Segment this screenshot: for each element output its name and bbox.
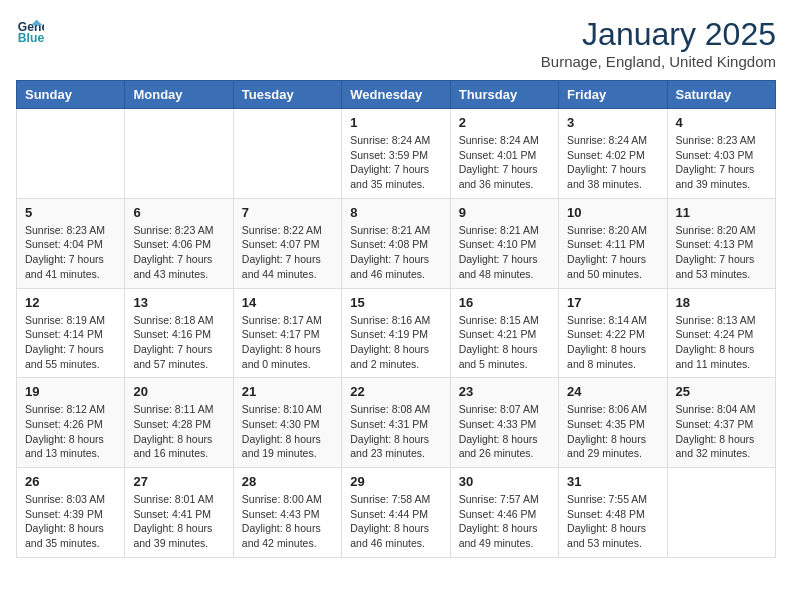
day-number: 18 [676, 295, 767, 310]
day-info: Sunrise: 7:57 AM Sunset: 4:46 PM Dayligh… [459, 492, 550, 551]
day-number: 11 [676, 205, 767, 220]
calendar-header-row: SundayMondayTuesdayWednesdayThursdayFrid… [17, 81, 776, 109]
day-info: Sunrise: 8:18 AM Sunset: 4:16 PM Dayligh… [133, 313, 224, 372]
calendar-cell: 11Sunrise: 8:20 AM Sunset: 4:13 PM Dayli… [667, 198, 775, 288]
day-info: Sunrise: 8:17 AM Sunset: 4:17 PM Dayligh… [242, 313, 333, 372]
day-info: Sunrise: 7:58 AM Sunset: 4:44 PM Dayligh… [350, 492, 441, 551]
day-info: Sunrise: 8:03 AM Sunset: 4:39 PM Dayligh… [25, 492, 116, 551]
day-info: Sunrise: 8:11 AM Sunset: 4:28 PM Dayligh… [133, 402, 224, 461]
day-number: 20 [133, 384, 224, 399]
day-info: Sunrise: 8:21 AM Sunset: 4:08 PM Dayligh… [350, 223, 441, 282]
day-number: 19 [25, 384, 116, 399]
calendar-cell: 3Sunrise: 8:24 AM Sunset: 4:02 PM Daylig… [559, 109, 667, 199]
day-info: Sunrise: 8:23 AM Sunset: 4:04 PM Dayligh… [25, 223, 116, 282]
day-info: Sunrise: 8:00 AM Sunset: 4:43 PM Dayligh… [242, 492, 333, 551]
calendar-cell: 10Sunrise: 8:20 AM Sunset: 4:11 PM Dayli… [559, 198, 667, 288]
calendar-cell [125, 109, 233, 199]
title-area: January 2025 Burnage, England, United Ki… [541, 16, 776, 70]
day-info: Sunrise: 8:24 AM Sunset: 4:01 PM Dayligh… [459, 133, 550, 192]
calendar-week-row: 1Sunrise: 8:24 AM Sunset: 3:59 PM Daylig… [17, 109, 776, 199]
month-title: January 2025 [541, 16, 776, 53]
weekday-header-friday: Friday [559, 81, 667, 109]
day-info: Sunrise: 8:13 AM Sunset: 4:24 PM Dayligh… [676, 313, 767, 372]
calendar-cell: 19Sunrise: 8:12 AM Sunset: 4:26 PM Dayli… [17, 378, 125, 468]
calendar-cell: 23Sunrise: 8:07 AM Sunset: 4:33 PM Dayli… [450, 378, 558, 468]
calendar-cell: 20Sunrise: 8:11 AM Sunset: 4:28 PM Dayli… [125, 378, 233, 468]
calendar-cell [17, 109, 125, 199]
day-number: 8 [350, 205, 441, 220]
calendar-cell: 29Sunrise: 7:58 AM Sunset: 4:44 PM Dayli… [342, 468, 450, 558]
day-number: 12 [25, 295, 116, 310]
logo: General Blue [16, 16, 44, 44]
day-info: Sunrise: 8:01 AM Sunset: 4:41 PM Dayligh… [133, 492, 224, 551]
calendar-week-row: 26Sunrise: 8:03 AM Sunset: 4:39 PM Dayli… [17, 468, 776, 558]
day-info: Sunrise: 8:14 AM Sunset: 4:22 PM Dayligh… [567, 313, 658, 372]
day-number: 4 [676, 115, 767, 130]
calendar-week-row: 5Sunrise: 8:23 AM Sunset: 4:04 PM Daylig… [17, 198, 776, 288]
logo-icon: General Blue [16, 16, 44, 44]
calendar-cell: 1Sunrise: 8:24 AM Sunset: 3:59 PM Daylig… [342, 109, 450, 199]
day-number: 23 [459, 384, 550, 399]
day-info: Sunrise: 8:20 AM Sunset: 4:11 PM Dayligh… [567, 223, 658, 282]
calendar-week-row: 19Sunrise: 8:12 AM Sunset: 4:26 PM Dayli… [17, 378, 776, 468]
day-number: 26 [25, 474, 116, 489]
calendar-cell: 24Sunrise: 8:06 AM Sunset: 4:35 PM Dayli… [559, 378, 667, 468]
day-info: Sunrise: 8:19 AM Sunset: 4:14 PM Dayligh… [25, 313, 116, 372]
day-info: Sunrise: 8:06 AM Sunset: 4:35 PM Dayligh… [567, 402, 658, 461]
weekday-header-monday: Monday [125, 81, 233, 109]
calendar-cell: 16Sunrise: 8:15 AM Sunset: 4:21 PM Dayli… [450, 288, 558, 378]
day-number: 14 [242, 295, 333, 310]
day-info: Sunrise: 8:20 AM Sunset: 4:13 PM Dayligh… [676, 223, 767, 282]
calendar-cell: 7Sunrise: 8:22 AM Sunset: 4:07 PM Daylig… [233, 198, 341, 288]
day-info: Sunrise: 8:04 AM Sunset: 4:37 PM Dayligh… [676, 402, 767, 461]
weekday-header-wednesday: Wednesday [342, 81, 450, 109]
weekday-header-thursday: Thursday [450, 81, 558, 109]
calendar-cell: 8Sunrise: 8:21 AM Sunset: 4:08 PM Daylig… [342, 198, 450, 288]
calendar-cell: 2Sunrise: 8:24 AM Sunset: 4:01 PM Daylig… [450, 109, 558, 199]
calendar-cell: 9Sunrise: 8:21 AM Sunset: 4:10 PM Daylig… [450, 198, 558, 288]
weekday-header-sunday: Sunday [17, 81, 125, 109]
day-number: 28 [242, 474, 333, 489]
day-info: Sunrise: 8:24 AM Sunset: 4:02 PM Dayligh… [567, 133, 658, 192]
day-number: 13 [133, 295, 224, 310]
calendar-cell: 4Sunrise: 8:23 AM Sunset: 4:03 PM Daylig… [667, 109, 775, 199]
day-info: Sunrise: 8:15 AM Sunset: 4:21 PM Dayligh… [459, 313, 550, 372]
day-info: Sunrise: 8:10 AM Sunset: 4:30 PM Dayligh… [242, 402, 333, 461]
day-number: 5 [25, 205, 116, 220]
day-info: Sunrise: 8:12 AM Sunset: 4:26 PM Dayligh… [25, 402, 116, 461]
day-info: Sunrise: 8:23 AM Sunset: 4:06 PM Dayligh… [133, 223, 224, 282]
calendar-cell: 25Sunrise: 8:04 AM Sunset: 4:37 PM Dayli… [667, 378, 775, 468]
calendar-cell: 22Sunrise: 8:08 AM Sunset: 4:31 PM Dayli… [342, 378, 450, 468]
day-number: 16 [459, 295, 550, 310]
day-info: Sunrise: 8:08 AM Sunset: 4:31 PM Dayligh… [350, 402, 441, 461]
calendar-cell [233, 109, 341, 199]
calendar-cell: 21Sunrise: 8:10 AM Sunset: 4:30 PM Dayli… [233, 378, 341, 468]
day-number: 9 [459, 205, 550, 220]
day-number: 3 [567, 115, 658, 130]
day-info: Sunrise: 8:24 AM Sunset: 3:59 PM Dayligh… [350, 133, 441, 192]
page-header: General Blue January 2025 Burnage, Engla… [16, 16, 776, 70]
day-number: 31 [567, 474, 658, 489]
calendar-week-row: 12Sunrise: 8:19 AM Sunset: 4:14 PM Dayli… [17, 288, 776, 378]
calendar-cell: 31Sunrise: 7:55 AM Sunset: 4:48 PM Dayli… [559, 468, 667, 558]
day-number: 17 [567, 295, 658, 310]
day-info: Sunrise: 7:55 AM Sunset: 4:48 PM Dayligh… [567, 492, 658, 551]
calendar-cell: 12Sunrise: 8:19 AM Sunset: 4:14 PM Dayli… [17, 288, 125, 378]
day-number: 1 [350, 115, 441, 130]
day-number: 10 [567, 205, 658, 220]
day-number: 30 [459, 474, 550, 489]
calendar-table: SundayMondayTuesdayWednesdayThursdayFrid… [16, 80, 776, 558]
calendar-cell: 5Sunrise: 8:23 AM Sunset: 4:04 PM Daylig… [17, 198, 125, 288]
calendar-cell: 28Sunrise: 8:00 AM Sunset: 4:43 PM Dayli… [233, 468, 341, 558]
calendar-cell: 17Sunrise: 8:14 AM Sunset: 4:22 PM Dayli… [559, 288, 667, 378]
day-number: 24 [567, 384, 658, 399]
svg-text:Blue: Blue [18, 31, 44, 44]
day-info: Sunrise: 8:16 AM Sunset: 4:19 PM Dayligh… [350, 313, 441, 372]
day-number: 25 [676, 384, 767, 399]
day-number: 21 [242, 384, 333, 399]
calendar-cell: 6Sunrise: 8:23 AM Sunset: 4:06 PM Daylig… [125, 198, 233, 288]
day-info: Sunrise: 8:22 AM Sunset: 4:07 PM Dayligh… [242, 223, 333, 282]
calendar-cell: 30Sunrise: 7:57 AM Sunset: 4:46 PM Dayli… [450, 468, 558, 558]
day-number: 15 [350, 295, 441, 310]
calendar-cell: 13Sunrise: 8:18 AM Sunset: 4:16 PM Dayli… [125, 288, 233, 378]
